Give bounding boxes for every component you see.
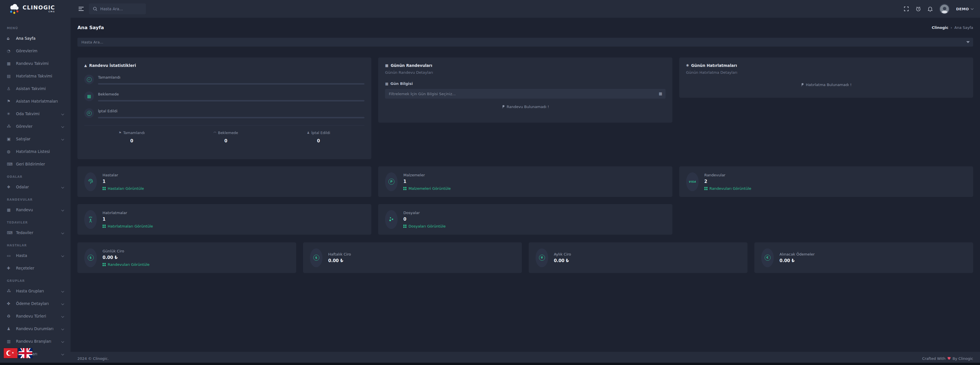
sidebar-item-randevu-durumlari[interactable]: ♟ Randevu Durumları xyxy=(0,322,70,335)
sidebar-item-randevu[interactable]: ▦ Randevu xyxy=(0,204,70,216)
chevron-down-icon xyxy=(61,302,64,305)
alarm-clock-icon[interactable] xyxy=(915,6,921,12)
patients-tile: Hastalar 1 Hastaları Görüntüle xyxy=(77,166,371,197)
tile-label: Malzemeler xyxy=(403,173,451,177)
stats-icon: ▲ xyxy=(84,64,87,67)
sidebar-item-randevu-branslari[interactable]: ▥ Randevu Branşları xyxy=(0,335,70,347)
clock-icon: ◠ xyxy=(214,131,216,135)
megaphone-icon: ⚑ xyxy=(7,99,14,104)
reminders-tile: Hatırlatmalar 1 Hatırlatmaları Görüntüle xyxy=(77,204,371,235)
sidebar-item-gorevlerim[interactable]: ◔ Görevlerim xyxy=(0,45,70,57)
language-turkish-button[interactable]: ★ xyxy=(4,348,18,358)
calendar-icon[interactable]: ▦ xyxy=(659,91,662,96)
crafted-by-text: By Clinogic xyxy=(953,356,973,361)
sidebar-item-odalar[interactable]: ❖ Odalar xyxy=(0,181,70,193)
weekly-revenue-card: $ Haftalık Ciro 0.00 ₺ xyxy=(303,242,522,273)
sidebar-item-hasta[interactable]: ▭ Hasta xyxy=(0,249,70,262)
topbar-search-input[interactable] xyxy=(100,6,137,11)
section-label-hastalar: HASTALAR xyxy=(0,239,70,249)
user-menu[interactable]: DEMO xyxy=(956,7,973,11)
calendar-icon: ▦ xyxy=(7,61,14,66)
sidebar-item-gorevler[interactable]: ⁂ Görevler xyxy=(0,120,70,132)
sidebar-item-hasta-gruplari[interactable]: ⁂ Hasta Grupları xyxy=(0,285,70,297)
sidebar-item-asistan-hatirlatmalari[interactable]: ⚑ Asistan Hatırlatmaları xyxy=(0,95,70,107)
sidebar: CLINOGIC CMS MENÜ ⌂ Ana Sayfa ◔ Görevler… xyxy=(0,0,70,365)
patient-search-select[interactable] xyxy=(77,38,973,46)
breadcrumb-root[interactable]: Clinogic xyxy=(932,26,948,30)
sidebar-item-label: Odalar xyxy=(16,185,62,189)
view-patients-link[interactable]: Hastaları Görüntüle xyxy=(103,186,144,191)
hamburger-menu-button[interactable] xyxy=(77,6,85,12)
sidebar-item-ana-sayfa[interactable]: ⌂ Ana Sayfa xyxy=(0,32,70,45)
view-reminders-link[interactable]: Hatırlatmaları Görüntüle xyxy=(103,224,153,228)
language-english-button[interactable] xyxy=(19,348,32,358)
topbar-search xyxy=(89,3,146,14)
sidebar-item-label: Reçeteler xyxy=(16,266,65,270)
reminders-empty-state: Hatırlatma Bulunamadı ! xyxy=(686,83,966,87)
flag-icon: ⚑ xyxy=(119,131,121,135)
todays-appointments-card: ▦Günün Randevuları Günün Randevu Detayla… xyxy=(378,57,672,123)
sidebar-item-oda-takvimi[interactable]: ✳ Oda Takvimi xyxy=(0,107,70,120)
breadcrumb: Clinogic › Ana Sayfa xyxy=(932,26,973,30)
assistant-calendar-icon: ♙ xyxy=(7,86,14,91)
calendar-icon: ▦ xyxy=(7,207,14,212)
brand-logo[interactable]: CLINOGIC CMS xyxy=(0,0,70,18)
sidebar-item-hatirlatma-takvimi[interactable]: ▤ Hatırlatma Takvimi xyxy=(0,70,70,82)
sidebar-item-asistan-takvimi[interactable]: ♙ Asistan Takvimi xyxy=(0,82,70,95)
view-materials-link[interactable]: Malzemeleri Görüntüle xyxy=(403,186,451,191)
sidebar-item-label: Randevu xyxy=(16,207,62,212)
bell-icon[interactable] xyxy=(928,6,933,12)
sidebar-item-label: Görevlerim xyxy=(16,49,65,53)
calendar-check-icon: ▦ xyxy=(84,91,94,101)
sidebar-item-label: Asistan Takvimi xyxy=(16,86,65,91)
daily-revenue-card: $ Günlük Ciro 0.00 ₺ Randevuları Görüntü… xyxy=(77,242,296,273)
fullscreen-icon[interactable] xyxy=(904,6,909,12)
sidebar-item-hatirlatma-listesi[interactable]: ◍ Hatırlatma Listesi xyxy=(0,145,70,158)
calendar-reminder-icon: ▤ xyxy=(7,74,14,78)
medal-icon xyxy=(84,210,97,229)
stat-label: İptal Edildi xyxy=(98,109,118,113)
tile-value: 1 xyxy=(103,217,153,222)
sidebar-item-geri-bildirimler[interactable]: ⌨ Geri Bildirimler xyxy=(0,158,70,171)
chevron-down-icon xyxy=(61,352,64,355)
check-circle-icon: ✓ xyxy=(84,75,94,84)
brand-name: CLINOGIC xyxy=(22,5,55,10)
day-filter-input[interactable] xyxy=(385,89,665,99)
avatar[interactable] xyxy=(939,4,950,14)
sidebar-item-satislar[interactable]: ▣ Satışlar xyxy=(0,132,70,145)
revenue-value: 0.00 ₺ xyxy=(103,255,150,260)
cloud-logo-icon xyxy=(9,4,20,14)
horizontal-scrollbar[interactable] xyxy=(0,363,980,365)
sidebar-item-randevu-turleri[interactable]: ♻ Randevu Türleri xyxy=(0,310,70,322)
cart-icon: ✤ xyxy=(7,301,14,306)
revenue-label: Aylık Ciro xyxy=(554,252,571,257)
chevron-down-icon xyxy=(61,185,64,188)
progress-bar-completed xyxy=(98,83,364,84)
dollar-circle-icon: $ xyxy=(88,255,94,261)
briefcase-icon: ▣ xyxy=(7,137,14,141)
patient-search-input[interactable] xyxy=(77,38,973,46)
view-appointments-link[interactable]: Randevuları Görüntüle xyxy=(704,186,751,191)
sidebar-item-tedaviler[interactable]: ⌨ Tedaviler xyxy=(0,226,70,239)
chevron-down-icon xyxy=(61,125,64,128)
view-files-link[interactable]: Dosyaları Görüntüle xyxy=(403,224,445,228)
summary-value: 0 xyxy=(214,138,238,143)
page-content: Ana Sayfa Clinogic › Ana Sayfa ▲Randevu … xyxy=(70,18,980,352)
sidebar-item-label: Hatırlatma Takvimi xyxy=(16,74,65,78)
monthly-revenue-card: ¥ Aylık Ciro 0.00 ₺ xyxy=(529,242,748,273)
circle-p-icon: P xyxy=(388,179,395,185)
chevron-down-icon xyxy=(61,231,64,234)
section-label-randevular: RANDEVULAR xyxy=(0,193,70,204)
section-label-tedaviler: TEDAVILER xyxy=(0,216,70,226)
sidebar-item-randevu-takvimi[interactable]: ▦ Randevu Takvimi xyxy=(0,57,70,70)
sidebar-item-receteler[interactable]: ✚ Reçeteler xyxy=(0,262,70,274)
signal-icon: ✳ xyxy=(7,112,14,116)
coin-circle-icon: ¥ xyxy=(539,255,545,261)
view-appointments-link[interactable]: Randevuları Görüntüle xyxy=(103,262,150,267)
broom-icon: ❖ xyxy=(7,185,14,189)
stat-row-waiting: ▦ Beklemede xyxy=(84,91,364,102)
brand-sub: CMS xyxy=(49,11,55,13)
sidebar-item-odeme-detaylari[interactable]: ✤ Ödeme Detayları xyxy=(0,297,70,310)
calendar-icon: ▦ xyxy=(385,64,388,67)
chevron-down-icon xyxy=(61,290,64,292)
